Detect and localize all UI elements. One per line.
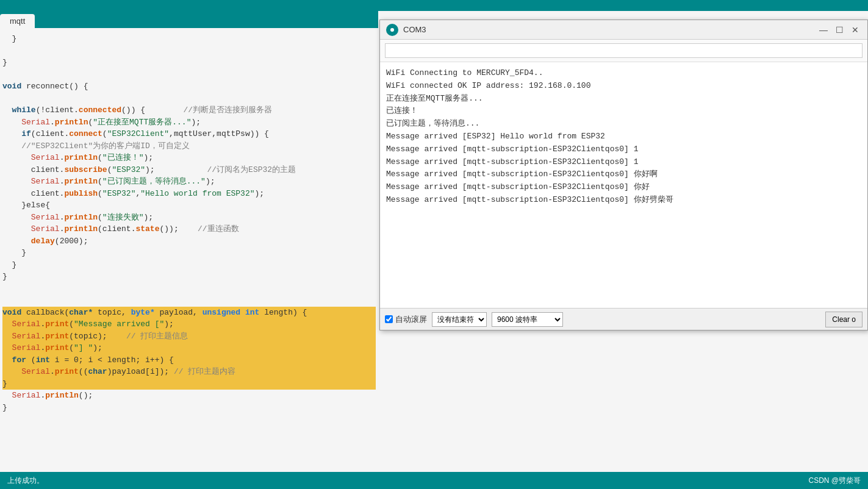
- status-right: CSDN @劈柴哥: [808, 476, 861, 486]
- code-line: Serial.println("已连接！");: [2, 152, 376, 164]
- code-editor: } } void reconnect() { while(!client.con…: [0, 28, 378, 471]
- code-line: while(!client.connected()) { //判断是否连接到服务…: [2, 104, 376, 116]
- baud-rate-select[interactable]: 300 波特率1200 波特率2400 波特率4800 波特率9600 波特率1…: [492, 312, 563, 327]
- code-line: Serial.println();: [2, 390, 376, 402]
- code-line: [2, 294, 376, 307]
- code-line: [2, 45, 376, 57]
- code-line: }: [2, 271, 376, 283]
- serial-icon: [386, 24, 398, 36]
- serial-output-line: WiFi connected OK IP address: 192.168.0.…: [386, 80, 861, 93]
- code-line: Serial.println("已订阅主题，等待消息...");: [2, 176, 376, 188]
- serial-output-line: Message arrived [ESP32] Hello world from…: [386, 130, 861, 143]
- serial-controls: 自动滚屏 没有结束符换行回车两者均有 300 波特率1200 波特率2400 波…: [380, 308, 867, 330]
- tab-mqtt[interactable]: mqtt: [0, 14, 35, 28]
- serial-output: WiFi Connecting to MERCURY_5FD4..WiFi co…: [380, 62, 867, 308]
- code-line: }: [2, 247, 376, 259]
- serial-monitor-window: COM3 — ☐ ✕ WiFi Connecting to MERCURY_5F…: [379, 20, 868, 330]
- status-bar: 上传成功。 CSDN @劈柴哥: [0, 472, 868, 489]
- serial-input-area: [380, 40, 867, 62]
- serial-output-line: Message arrived [mqtt-subscription-ESP32…: [386, 143, 861, 156]
- code-line: void reconnect() {: [2, 80, 376, 93]
- code-line: }: [2, 402, 376, 414]
- serial-output-line: WiFi Connecting to MERCURY_5FD4..: [386, 67, 861, 80]
- code-line-highlight: void callback(char* topic, byte* payload…: [2, 307, 376, 319]
- code-line: client.publish("ESP32","Hello world from…: [2, 188, 376, 200]
- code-line: //"ESP32Client"为你的客户端ID，可自定义: [2, 140, 376, 152]
- minimize-button[interactable]: —: [817, 24, 830, 36]
- code-line: Serial.println("正在接至MQTT服务器...");: [2, 116, 376, 129]
- code-line: }else{: [2, 199, 376, 212]
- serial-output-line: 已连接！: [386, 105, 861, 118]
- autoscroll-text: 自动滚屏: [395, 314, 427, 325]
- serial-output-line: Message arrived [mqtt-subscription-ESP32…: [386, 156, 861, 169]
- code-line-highlight: Serial.print("Message arrived [");: [2, 318, 376, 330]
- autoscroll-label[interactable]: 自动滚屏: [385, 314, 427, 325]
- tab-bar: mqtt: [0, 11, 378, 28]
- code-line: if(client.connect("ESP32Client",mqttUser…: [2, 128, 376, 140]
- code-line-highlight: Serial.print("] ");: [2, 342, 376, 354]
- code-line-highlight: Serial.print((char)payload[i]); // 打印主题内…: [2, 366, 376, 378]
- code-line: [2, 69, 376, 81]
- code-line: [2, 93, 376, 105]
- code-line-highlight: Serial.print(topic); // 打印主题信息: [2, 330, 376, 343]
- serial-output-line: 已订阅主题，等待消息...: [386, 118, 861, 130]
- code-line: Serial.println("连接失败");: [2, 212, 376, 224]
- maximize-button[interactable]: ☐: [833, 24, 845, 36]
- autoscroll-checkbox[interactable]: [385, 315, 393, 323]
- clear-button[interactable]: Clear o: [825, 312, 863, 327]
- serial-output-line: 正在连接至MQTT服务器...: [386, 93, 861, 105]
- serial-titlebar: COM3 — ☐ ✕: [380, 20, 867, 40]
- close-button[interactable]: ✕: [849, 24, 861, 36]
- code-line: }: [2, 33, 376, 45]
- code-line: [2, 413, 376, 426]
- code-line: [2, 283, 376, 295]
- code-line: }: [2, 378, 376, 390]
- no-ending-select[interactable]: 没有结束符换行回车两者均有: [432, 312, 487, 327]
- code-line: }: [2, 57, 376, 69]
- status-text: 上传成功。: [7, 476, 44, 486]
- code-line-highlight: for (int i = 0; i < length; i++) {: [2, 354, 376, 366]
- code-line: }: [2, 259, 376, 271]
- top-bar: [0, 0, 868, 11]
- code-line: delay(2000);: [2, 235, 376, 248]
- serial-title: COM3: [403, 25, 814, 34]
- serial-input[interactable]: [385, 43, 863, 58]
- svg-point-1: [390, 28, 394, 32]
- serial-output-line: Message arrived [mqtt-subscription-ESP32…: [386, 194, 861, 207]
- serial-output-line: Message arrived [mqtt-subscription-ESP32…: [386, 181, 861, 194]
- code-line: client.subscribe("ESP32"); //订阅名为ESP32的主…: [2, 164, 376, 176]
- serial-output-line: Message arrived [mqtt-subscription-ESP32…: [386, 168, 861, 181]
- code-line: Serial.println(client.state()); //重连函数: [2, 223, 376, 235]
